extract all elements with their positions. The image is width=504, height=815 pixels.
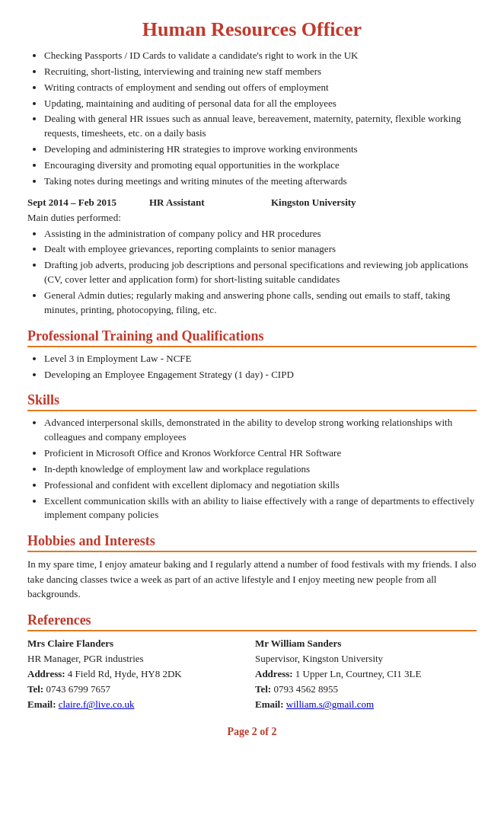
section-skills-title: Skills (27, 392, 477, 408)
ref2-email-link[interactable]: william.s@gmail.com (286, 698, 374, 710)
list-item: Developing and administering HR strategi… (44, 142, 477, 157)
job2-date: Sept 2014 – Feb 2015 (27, 197, 149, 209)
job2-header: Sept 2014 – Feb 2015 HR Assistant Kingst… (27, 197, 477, 209)
list-item: Dealing with general HR issues such as a… (44, 112, 477, 141)
ref2-tel-value: 0793 4562 8955 (273, 683, 338, 695)
ref1-email-label: Email: (27, 698, 56, 710)
ref1-address-value: 4 Field Rd, Hyde, HY8 2DK (68, 668, 182, 679)
list-item: Level 3 in Employment Law - NCFE (44, 352, 477, 366)
references-grid: Mrs Claire Flanders HR Manager, PGR indu… (27, 636, 477, 713)
section-references-title: References (27, 612, 477, 628)
training-divider (27, 346, 477, 347)
ref1-address-label: Address: (27, 668, 65, 679)
ref2-email: Email: william.s@gmail.com (255, 697, 477, 712)
ref2-name: Mr William Sanders (255, 636, 477, 651)
ref1-email-link[interactable]: claire.f@live.co.uk (59, 698, 135, 710)
ref2-email-label: Email: (255, 698, 284, 710)
list-item: Excellent communication skills with an a… (44, 494, 477, 523)
ref2-tel: Tel: 0793 4562 8955 (255, 682, 477, 697)
ref1-name: Mrs Claire Flanders (27, 636, 249, 651)
ref1-tel: Tel: 0743 6799 7657 (27, 682, 249, 697)
list-item: Writing contracts of employment and send… (44, 81, 477, 95)
list-item: Advanced interpersonal skills, demonstra… (44, 416, 477, 445)
ref2-address: Address: 1 Upper Ln, Courtney, CI1 3LE (255, 666, 477, 682)
skills-divider (27, 410, 477, 411)
list-item: Updating, maintaining and auditing of pe… (44, 97, 477, 111)
ref2-address-value: 1 Upper Ln, Courtney, CI1 3LE (295, 668, 422, 679)
list-item: Encouraging diversity and promoting equa… (44, 158, 477, 173)
list-item: Recruiting, short-listing, interviewing … (44, 65, 477, 79)
ref1-email: Email: claire.f@live.co.uk (27, 697, 249, 712)
list-item: Developing an Employee Engagement Strate… (44, 368, 477, 382)
main-duties-label: Main duties performed: (27, 212, 477, 224)
references-divider (27, 630, 477, 631)
ref2-tel-label: Tel: (255, 683, 271, 695)
list-item: Checking Passports / ID Cards to validat… (44, 49, 477, 63)
ref2-title: Supervisor, Kingston University (255, 651, 477, 666)
ref1-block: Mrs Claire Flanders HR Manager, PGR indu… (27, 636, 249, 713)
list-item: In-depth knowledge of employment law and… (44, 462, 477, 477)
list-item: General Admin duties; regularly making a… (44, 289, 477, 318)
list-item: Drafting job adverts, producing job desc… (44, 258, 477, 287)
hobbies-divider (27, 551, 477, 552)
job2-role: HR Assistant (149, 197, 271, 209)
top-bullets-list: Checking Passports / ID Cards to validat… (44, 49, 477, 189)
job2-bullets-list: Assisting in the administration of compa… (44, 227, 477, 318)
page-title: Human Resources Officer (27, 18, 477, 41)
skills-bullets-list: Advanced interpersonal skills, demonstra… (44, 416, 477, 523)
list-item: Assisting in the administration of compa… (44, 227, 477, 241)
hobbies-para: In my spare time, I enjoy amateur baking… (27, 557, 477, 602)
ref1-tel-label: Tel: (27, 683, 43, 695)
ref1-tel-value: 0743 6799 7657 (46, 683, 110, 695)
list-item: Dealt with employee grievances, reportin… (44, 242, 477, 257)
ref2-address-label: Address: (255, 668, 293, 679)
ref2-block: Mr William Sanders Supervisor, Kingston … (255, 636, 477, 713)
page-number: Page 2 of 2 (27, 726, 477, 738)
ref1-title: HR Manager, PGR industries (27, 651, 249, 666)
section-hobbies-title: Hobbies and Interests (27, 533, 477, 549)
list-item: Professional and confident with excellen… (44, 478, 477, 493)
list-item: Taking notes during meetings and writing… (44, 174, 477, 189)
job2-employer: Kingston University (271, 197, 356, 209)
list-item: Proficient in Microsoft Office and Krono… (44, 446, 477, 461)
ref1-address: Address: 4 Field Rd, Hyde, HY8 2DK (27, 666, 249, 682)
training-bullets-list: Level 3 in Employment Law - NCFEDevelopi… (44, 352, 477, 382)
section-training-title: Professional Training and Qualifications (27, 328, 477, 344)
